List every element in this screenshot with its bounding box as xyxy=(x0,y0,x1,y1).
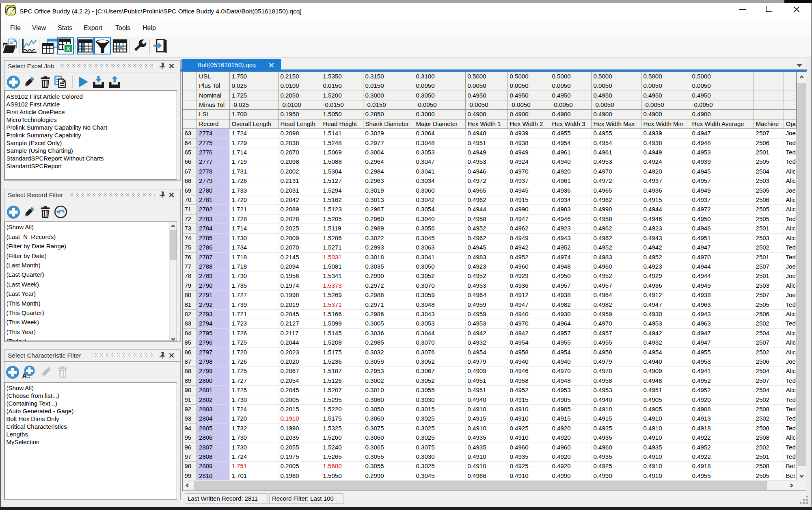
svg-text:X: X xyxy=(66,45,70,52)
svg-text:A..: A.. xyxy=(22,372,31,379)
